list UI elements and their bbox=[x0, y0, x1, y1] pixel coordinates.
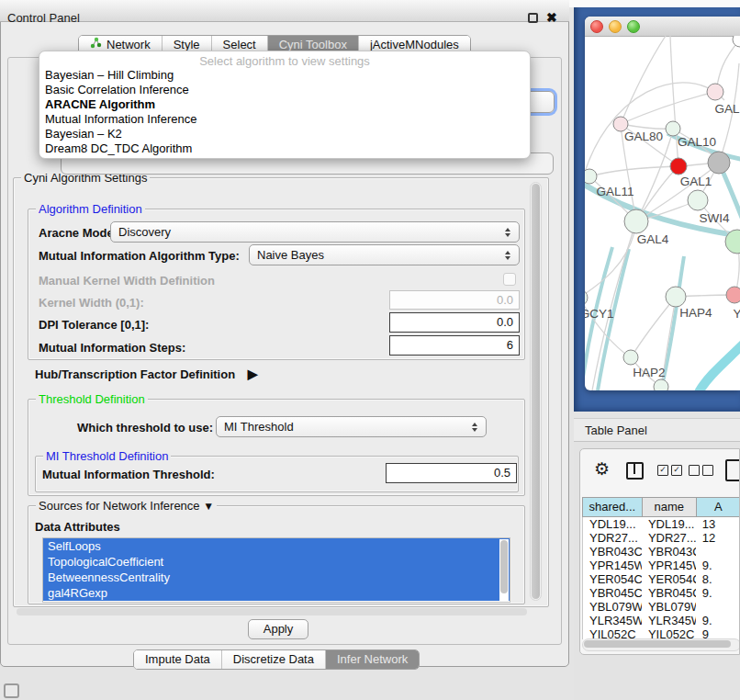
table-row[interactable]: YDR27...YDR27...12 bbox=[583, 531, 740, 545]
sources-frame-title[interactable]: Sources for Network Inference ▼ bbox=[36, 499, 217, 514]
unchecked-box-icon bbox=[689, 465, 700, 476]
threshold-definition-title: Threshold Definition bbox=[36, 392, 148, 406]
kernel-width-field[interactable]: 0.0 bbox=[389, 290, 520, 310]
table-row[interactable]: YPR145WYPR145W9. bbox=[583, 559, 740, 572]
which-threshold-combobox[interactable]: MI Threshold bbox=[216, 416, 487, 437]
table-row[interactable]: YBL079WYBL079W bbox=[583, 600, 740, 614]
network-node-gal1[interactable] bbox=[688, 190, 708, 210]
kernel-width-label: Kernel Width (0,1): bbox=[39, 296, 144, 310]
attribute-item-topologicalcoefficient[interactable]: TopologicalCoefficient bbox=[43, 554, 510, 570]
stepper-arrows-icon bbox=[467, 423, 482, 432]
network-edge[interactable] bbox=[585, 232, 634, 298]
manual-kernel-checkbox[interactable] bbox=[503, 273, 516, 286]
zoom-traffic-light-icon[interactable] bbox=[627, 20, 640, 33]
network-node-gal4[interactable] bbox=[624, 209, 648, 233]
dpi-tolerance-field[interactable]: 0.0 bbox=[389, 312, 520, 333]
stepper-arrows-icon bbox=[500, 228, 515, 237]
network-node-gal10[interactable] bbox=[666, 121, 680, 136]
table-row[interactable]: YBR045CYBR045C9. bbox=[583, 586, 740, 600]
gear-icon[interactable]: ⚙ bbox=[594, 458, 610, 480]
table-cell: 9. bbox=[696, 614, 740, 627]
table-hscroll-thumb[interactable] bbox=[584, 640, 731, 648]
table-cell bbox=[696, 600, 740, 614]
network-node[interactable] bbox=[733, 36, 740, 47]
settings-horizontal-scrollbar[interactable] bbox=[17, 608, 527, 615]
tab-impute-data[interactable]: Impute Data bbox=[134, 650, 221, 669]
bottom-tabbar: Impute DataDiscretize DataInfer Network bbox=[133, 649, 420, 670]
table-row[interactable]: YDL19...YDL19...13 bbox=[583, 517, 740, 531]
network-node-hap2[interactable] bbox=[623, 350, 638, 365]
tab-discretize-data[interactable]: Discretize Data bbox=[221, 650, 325, 669]
function-builder-icon[interactable] bbox=[725, 459, 740, 481]
close-icon[interactable]: ✖ bbox=[546, 10, 557, 25]
table-row[interactable]: YER054CYER054C8. bbox=[583, 572, 740, 586]
algorithm-option-dream8-dc-tdc-algorithm[interactable]: Dream8 DC_TDC Algorithm bbox=[39, 141, 530, 156]
network-window-titlebar[interactable] bbox=[585, 17, 740, 37]
network-node-gal[interactable] bbox=[707, 84, 723, 100]
aracne-mode-combobox[interactable]: Discovery bbox=[110, 221, 520, 243]
algorithm-option-bayesian-hill-climbing[interactable]: Bayesian – Hill Climbing bbox=[39, 68, 530, 83]
screen: Control Panel ✖ NetworkStyleSelectCyni T… bbox=[0, 0, 740, 700]
network-edge[interactable] bbox=[636, 130, 673, 221]
expanded-arrow-icon[interactable]: ▼ bbox=[203, 500, 214, 513]
attributes-scrollbar-thumb[interactable] bbox=[500, 540, 508, 593]
collapsed-arrow-icon[interactable]: ▶ bbox=[248, 367, 258, 381]
close-traffic-light-icon[interactable] bbox=[590, 20, 603, 33]
network-node-hap4[interactable] bbox=[666, 287, 686, 307]
attribute-item-betweennesscentrality[interactable]: BetweennessCentrality bbox=[43, 570, 510, 585]
aracne-mode-label: Aracne Mode: bbox=[39, 226, 118, 240]
network-edge[interactable] bbox=[621, 36, 666, 124]
mi-steps-field[interactable]: 6 bbox=[389, 335, 520, 356]
manual-kernel-label: Manual Kernel Width Definition bbox=[39, 274, 215, 288]
attribute-item-selfloops[interactable]: SelfLoops bbox=[43, 538, 510, 554]
minimized-panel-icon[interactable] bbox=[4, 683, 19, 698]
table-cell: 9. bbox=[696, 586, 740, 600]
sources-title-text: Sources for Network Inference bbox=[39, 499, 200, 513]
network-node[interactable] bbox=[708, 152, 730, 174]
network-node[interactable] bbox=[654, 379, 668, 390]
network-edge[interactable] bbox=[699, 343, 740, 390]
network-canvas[interactable]: GALGAL80GAL10GAL1GAL11GAL4SWI4GCY1HAP4YH… bbox=[585, 36, 740, 390]
algorithm-dropdown-list: Bayesian – Hill ClimbingBasic Correlatio… bbox=[39, 68, 530, 156]
minimize-traffic-light-icon[interactable] bbox=[609, 20, 622, 33]
mi-steps-label: Mutual Information Steps: bbox=[39, 341, 185, 355]
algorithm-option-aracne-algorithm[interactable]: ARACNE Algorithm bbox=[39, 97, 530, 112]
apply-button[interactable]: Apply bbox=[248, 619, 308, 639]
hub-section-toggle[interactable]: Hub/Transcription Factor Definition ▶ bbox=[35, 367, 258, 381]
tab-infer-network[interactable]: Infer Network bbox=[325, 650, 419, 669]
select-all-columns-icon[interactable]: ✓ ✓ bbox=[657, 465, 682, 476]
algorithm-option-mutual-information-inference[interactable]: Mutual Information Inference bbox=[39, 112, 530, 127]
network-edge[interactable] bbox=[716, 40, 740, 91]
mit-field[interactable]: 0.5 bbox=[386, 463, 517, 483]
network-edge[interactable] bbox=[622, 92, 715, 123]
attributes-list-scrollbar[interactable] bbox=[499, 539, 509, 601]
algorithm-option-bayesian-k2[interactable]: Bayesian – K2 bbox=[39, 127, 530, 141]
algorithm-dropdown-placeholder: Select algorithm to view settings bbox=[39, 51, 530, 68]
attribute-item-gal4rgexp[interactable]: gal4RGexp bbox=[43, 585, 510, 601]
settings-scrollbar-thumb[interactable] bbox=[532, 184, 540, 599]
algorithm-option-basic-correlation-inference[interactable]: Basic Correlation Inference bbox=[39, 83, 530, 97]
network-edge[interactable] bbox=[589, 166, 677, 176]
network-node[interactable] bbox=[670, 158, 687, 175]
column-header-shared[interactable]: shared... bbox=[582, 497, 643, 517]
network-graph: GALGAL80GAL10GAL1GAL11GAL4SWI4GCY1HAP4YH… bbox=[585, 36, 740, 390]
node-label-gal: GAL bbox=[714, 102, 740, 116]
mi-type-combobox[interactable]: Naive Bayes bbox=[249, 244, 520, 265]
table-horizontal-scrollbar[interactable] bbox=[582, 638, 740, 651]
deselect-all-columns-icon[interactable] bbox=[689, 465, 713, 476]
network-node-y[interactable] bbox=[726, 287, 740, 303]
algorithm-dropdown-popup: Select algorithm to view settings Bayesi… bbox=[39, 51, 531, 159]
stepper-arrows-icon bbox=[500, 251, 515, 260]
column-header-name[interactable]: name bbox=[643, 497, 697, 517]
columns-icon[interactable] bbox=[626, 462, 644, 480]
table-row[interactable]: YBR043CYBR043C bbox=[583, 545, 740, 559]
table-cell: 12 bbox=[696, 531, 740, 545]
column-header-a[interactable]: A bbox=[697, 497, 740, 517]
table-panel-title: Table Panel bbox=[585, 423, 647, 437]
table-row[interactable]: YLR345WYLR345W9. bbox=[583, 614, 740, 627]
network-node-gal11[interactable] bbox=[585, 169, 597, 184]
node-label-hap2: HAP2 bbox=[633, 366, 665, 379]
data-attributes-list[interactable]: SelfLoopsTopologicalCoefficientBetweenne… bbox=[42, 537, 510, 603]
float-window-icon[interactable] bbox=[528, 13, 538, 23]
settings-scrollbar[interactable] bbox=[530, 182, 542, 601]
